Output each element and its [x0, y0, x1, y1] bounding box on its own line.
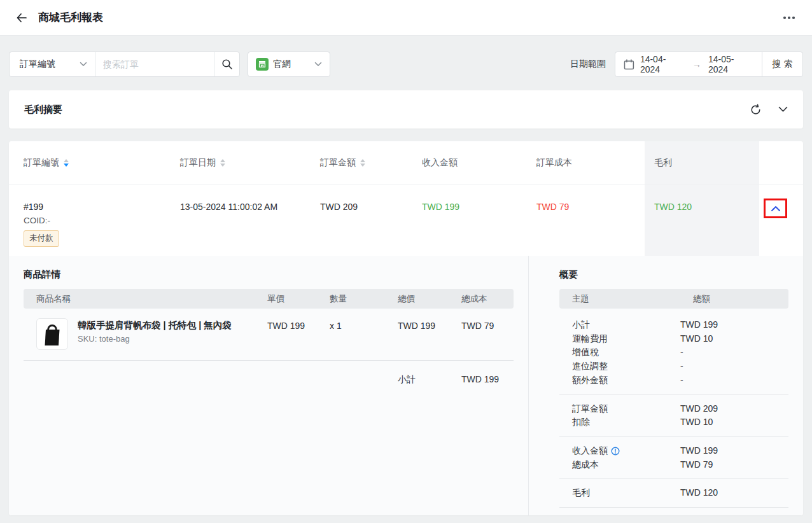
order-profit: TWD 120 — [645, 185, 759, 256]
product-table-header: 商品名稱 單價 數量 總價 總成本 — [24, 289, 514, 309]
product-total-cost: TWD 79 — [461, 318, 501, 331]
collapse-row-button[interactable] — [764, 199, 787, 218]
filter-bar: 訂單編號 官網 日期範圍 — [9, 52, 803, 77]
summary-row-profit: 毛利 TWD 120 — [572, 486, 776, 500]
divider — [559, 507, 788, 508]
summary-table-header: 主題 總額 — [559, 289, 788, 309]
product-name: 韓版手提肩背帆布袋 | 托特包 | 無內袋 — [78, 318, 232, 331]
income-label[interactable]: 收入金額 — [572, 444, 608, 458]
profit-summary-title: 毛利摘要 — [24, 104, 62, 116]
date-start: 14-04-2024 — [640, 54, 685, 74]
summary-row-shipping: 運輸費用 TWD 10 — [572, 332, 776, 346]
order-amount: TWD 209 — [305, 185, 407, 256]
refresh-icon — [750, 104, 762, 116]
chevron-down-icon — [778, 106, 788, 113]
profit-summary-card: 毛利摘要 — [9, 90, 803, 129]
summary-group-income: 收入金額 TWD 199 總成本 TWD 79 — [559, 444, 788, 471]
orders-table: 訂單編號 訂單日期 訂單金額 收入金額 訂單成本 毛利 — [9, 141, 803, 515]
order-date: 13-05-2024 11:00:02 AM — [165, 185, 305, 256]
summary-row-rounding: 進位調整 - — [572, 359, 776, 373]
col-order-date: 訂單日期 — [165, 141, 305, 184]
collapse-summary-button[interactable] — [778, 106, 788, 113]
sort-order-number[interactable] — [64, 159, 69, 167]
storefront-icon — [256, 58, 269, 71]
product-sku: SKU: tote-bag — [78, 334, 232, 344]
summary-row-subtotal: 小計 TWD 199 — [572, 318, 776, 332]
summary-row-total-cost: 總成本 TWD 79 — [572, 458, 776, 472]
orders-table-header: 訂單編號 訂單日期 訂單金額 收入金額 訂單成本 毛利 — [9, 141, 803, 185]
order-id[interactable]: #199 — [24, 202, 165, 212]
date-range-label: 日期範圍 — [570, 59, 606, 70]
col-order-cost: 訂單成本 — [522, 141, 645, 184]
product-subtotal-row: 小計 TWD 199 — [24, 361, 514, 386]
info-icon[interactable] — [611, 447, 620, 456]
subtotal-value: TWD 199 — [461, 374, 501, 386]
summary-group-order: 訂單金額 TWD 209 扣除 TWD 10 — [559, 402, 788, 429]
col-order-amount: 訂單金額 — [305, 141, 407, 184]
search-icon — [221, 59, 233, 70]
col-order-number: 訂單編號 — [9, 141, 165, 184]
order-summary-title: 概要 — [559, 268, 797, 281]
store-select[interactable]: 官網 — [248, 52, 330, 77]
order-summary-panel: 概要 主題 總額 小計 TWD 199 運輸費用 TWD 10 增值稅 - — [528, 256, 803, 515]
order-coid: COID:- — [24, 216, 165, 225]
product-total-price: TWD 199 — [398, 318, 461, 331]
subtotal-label: 小計 — [398, 374, 461, 386]
product-quantity: x 1 — [330, 318, 398, 331]
chevron-down-icon — [314, 62, 322, 67]
more-menu-button[interactable] — [780, 10, 798, 25]
ellipsis-icon — [783, 16, 795, 20]
product-row: 韓版手提肩背帆布袋 | 托特包 | 無內袋 SKU: tote-bag TWD … — [24, 309, 514, 360]
order-income: TWD 199 — [407, 185, 522, 256]
product-image — [36, 318, 68, 350]
summary-group-profit: 毛利 TWD 120 — [559, 486, 788, 500]
store-select-value: 官網 — [273, 59, 314, 70]
search-icon-button[interactable] — [214, 52, 239, 76]
summary-group-amounts: 小計 TWD 199 運輸費用 TWD 10 增值稅 - 進位調整 - 額外金額 — [559, 318, 788, 387]
col-income-amount: 收入金額 — [407, 141, 522, 184]
calendar-icon — [624, 59, 634, 70]
col-profit: 毛利 — [645, 141, 759, 184]
summary-row-deduction: 扣除 TWD 10 — [572, 415, 776, 429]
date-filter-group: 日期範圍 14-04-2024 → 14-05-2024 搜 索 — [570, 52, 803, 77]
sort-order-amount[interactable] — [360, 159, 365, 167]
summary-row-order-amount: 訂單金額 TWD 209 — [572, 402, 776, 416]
sort-order-date[interactable] — [220, 159, 225, 167]
order-row: #199 COID:- 未付款 13-05-2024 11:00:02 AM T… — [9, 185, 803, 256]
summary-row-vat: 增值稅 - — [572, 345, 776, 359]
order-detail-expanded: 商品詳情 商品名稱 單價 數量 總價 總成本 韓版手提 — [9, 256, 803, 515]
date-arrow: → — [692, 59, 701, 69]
divider — [559, 478, 788, 479]
divider — [559, 394, 788, 395]
search-type-value: 訂單編號 — [20, 59, 55, 70]
page-title: 商城毛利報表 — [38, 10, 103, 25]
order-search-group: 訂單編號 — [9, 52, 240, 77]
date-search-button[interactable]: 搜 索 — [762, 52, 802, 76]
product-detail-title: 商品詳情 — [24, 268, 514, 281]
arrow-left-icon — [15, 11, 28, 24]
col-expand — [759, 141, 803, 184]
summary-row-extra: 額外金額 - — [572, 373, 776, 387]
chevron-up-icon — [771, 206, 781, 212]
product-unit-price: TWD 199 — [267, 318, 330, 331]
product-detail-panel: 商品詳情 商品名稱 單價 數量 總價 總成本 韓版手提 — [9, 256, 528, 515]
back-button[interactable] — [14, 10, 29, 25]
order-cost: TWD 79 — [522, 185, 645, 256]
tote-bag-image — [41, 321, 64, 347]
search-input[interactable] — [95, 52, 214, 76]
search-type-select[interactable]: 訂單編號 — [10, 52, 95, 76]
date-end: 14-05-2024 — [708, 54, 753, 74]
top-bar: 商城毛利報表 — [0, 0, 812, 36]
divider — [559, 436, 788, 437]
refresh-button[interactable] — [750, 104, 762, 116]
date-range-picker[interactable]: 14-04-2024 → 14-05-2024 — [615, 52, 762, 76]
chevron-down-icon — [80, 62, 87, 67]
summary-row-income: 收入金額 TWD 199 — [572, 444, 776, 458]
status-badge: 未付款 — [24, 230, 59, 247]
